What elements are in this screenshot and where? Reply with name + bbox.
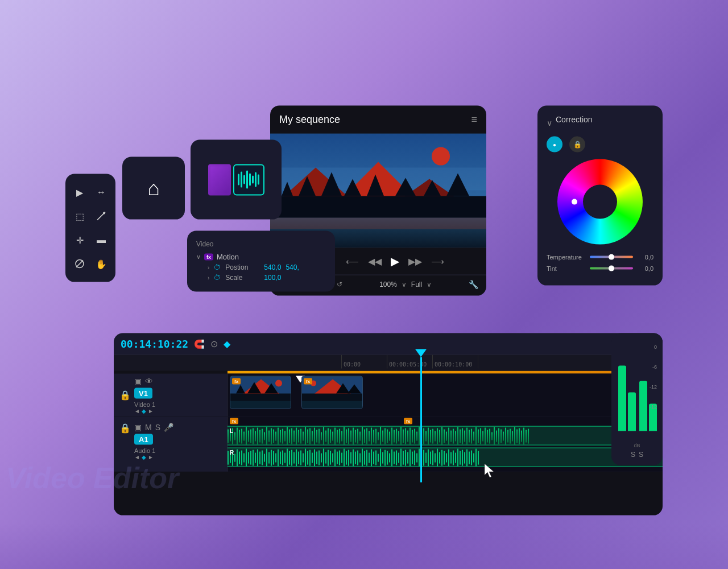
svg-rect-129: [439, 430, 440, 443]
effects-panel: Video ∨ fx Motion › ⏱ Postion 540,0 540,…: [187, 231, 335, 292]
ctrl-next-frame[interactable]: ▶▶: [408, 255, 422, 266]
color-wheel[interactable]: [557, 159, 643, 245]
svg-rect-81: [330, 430, 331, 443]
svg-rect-216: [334, 450, 336, 467]
pointer-tool[interactable]: ▶: [70, 182, 89, 203]
audio-clip-L[interactable]: // Generated waveform: [228, 426, 663, 446]
ctrl-play[interactable]: ▶: [391, 254, 399, 268]
video-track-type-icon: ▣: [134, 376, 142, 385]
video-clip-2[interactable]: fx: [301, 376, 363, 409]
svg-rect-87: [344, 427, 345, 446]
audio-fx-badge-1: fx: [230, 418, 238, 424]
svg-rect-110: [396, 429, 397, 444]
svg-rect-155: [498, 428, 499, 444]
fx-expand-arrow[interactable]: ∨: [196, 253, 201, 261]
audio-vol-diamond-icon[interactable]: ◆: [142, 454, 146, 460]
svg-rect-93: [357, 429, 358, 444]
temperature-slider[interactable]: [590, 256, 633, 258]
svg-rect-43: [243, 432, 245, 441]
svg-rect-265: [446, 453, 447, 463]
svg-rect-85: [339, 429, 340, 444]
audio-track-mic-icon[interactable]: 🎤: [164, 423, 173, 432]
svg-rect-215: [332, 453, 333, 463]
correction-collapse[interactable]: ∨: [547, 118, 552, 127]
playhead[interactable]: [415, 349, 427, 483]
sequence-title: My sequence: [279, 114, 340, 126]
scale-value: 100,0: [264, 274, 281, 282]
svg-rect-239: [387, 451, 388, 465]
svg-rect-75: [316, 430, 317, 443]
home-panel[interactable]: ⌂: [122, 157, 185, 220]
prop-expand-position[interactable]: ›: [208, 264, 209, 270]
reset-button[interactable]: ↺: [337, 281, 342, 288]
timeline-playhead-marker[interactable]: ◆: [224, 339, 230, 349]
audio-clip-R[interactable]: R: [228, 448, 663, 467]
audio-vol-right-icon: ►: [148, 454, 154, 460]
svg-rect-84: [337, 430, 338, 443]
svg-rect-82: [332, 432, 333, 441]
svg-rect-142: [469, 430, 470, 443]
svg-rect-148: [482, 431, 483, 442]
svg-rect-150: [487, 430, 488, 443]
quality-dropdown[interactable]: ∨: [427, 281, 432, 288]
pen-tool[interactable]: [92, 206, 111, 226]
move-tool[interactable]: ✛: [70, 230, 89, 250]
sequence-menu-button[interactable]: ≡: [471, 114, 477, 126]
svg-rect-243: [396, 451, 397, 465]
tint-slider[interactable]: [590, 267, 633, 270]
track-vol-diamond-icon[interactable]: ◆: [142, 407, 146, 414]
svg-rect-52: [264, 432, 265, 440]
svg-rect-174: [239, 452, 240, 464]
rect-tool[interactable]: ▬: [92, 230, 111, 250]
slice-tool[interactable]: [70, 254, 89, 274]
svg-rect-115: [407, 431, 408, 442]
svg-rect-219: [341, 453, 342, 463]
trim-tool[interactable]: ↔: [92, 182, 111, 203]
video-clip-1[interactable]: fx: [230, 376, 291, 409]
svg-rect-116: [410, 428, 411, 445]
video-track-eye-icon[interactable]: 👁: [145, 376, 153, 385]
stopwatch-scale-icon[interactable]: ⏱: [214, 274, 221, 282]
audio-track-s-button[interactable]: S: [155, 423, 160, 432]
ctrl-go-start[interactable]: ⟵: [346, 255, 359, 266]
ctrl-go-end[interactable]: ⟶: [431, 255, 444, 266]
svg-rect-204: [307, 451, 308, 465]
audio-track-lock[interactable]: 🔒: [119, 423, 131, 434]
timeline-magnet-button[interactable]: ⊙: [210, 339, 218, 349]
vu-solo-S1[interactable]: S: [631, 451, 635, 459]
vu-bar-right-1: [639, 381, 647, 431]
vu-solo-S2[interactable]: S: [639, 451, 643, 459]
svg-rect-134: [450, 431, 452, 442]
svg-rect-222: [348, 450, 349, 466]
svg-rect-181: [255, 453, 256, 463]
stopwatch-icon[interactable]: ⏱: [214, 263, 221, 271]
ruler-mark-0: 00:00: [341, 355, 387, 369]
svg-rect-137: [457, 427, 458, 446]
ctrl-rewind[interactable]: ◀◀: [368, 255, 382, 266]
svg-rect-45: [248, 431, 249, 442]
svg-rect-259: [432, 451, 433, 465]
svg-rect-262: [439, 452, 440, 464]
settings-button[interactable]: 🔧: [469, 280, 478, 289]
timeline-snap-button[interactable]: 🧲: [194, 339, 205, 349]
svg-rect-246: [403, 451, 404, 465]
audio-track-content: fx fx // Generated wavef: [228, 417, 663, 472]
zoom-dropdown[interactable]: ∨: [402, 281, 407, 288]
select-tool[interactable]: ⬚: [70, 206, 89, 226]
correction-lock-icon[interactable]: 🔒: [569, 137, 585, 152]
svg-rect-201: [300, 451, 301, 465]
svg-rect-49: [257, 428, 258, 445]
hand-tool[interactable]: ✋: [92, 254, 111, 274]
svg-rect-165: [521, 431, 522, 442]
video-track-lock[interactable]: 🔒: [119, 390, 131, 401]
svg-rect-158: [505, 428, 506, 445]
svg-rect-113: [403, 430, 404, 443]
audio-L-label: L: [230, 428, 233, 434]
timeline-panel: 00:14:10:22 🧲 ⊙ ◆ 00:00 00:00:05:00 00:0…: [114, 333, 663, 516]
svg-rect-74: [314, 428, 315, 445]
svg-rect-277: [473, 453, 474, 463]
svg-rect-223: [350, 452, 351, 464]
audio-track-m-button[interactable]: M: [145, 423, 152, 432]
prop-expand-scale[interactable]: ›: [208, 274, 209, 281]
correction-active-icon[interactable]: ●: [547, 137, 562, 152]
